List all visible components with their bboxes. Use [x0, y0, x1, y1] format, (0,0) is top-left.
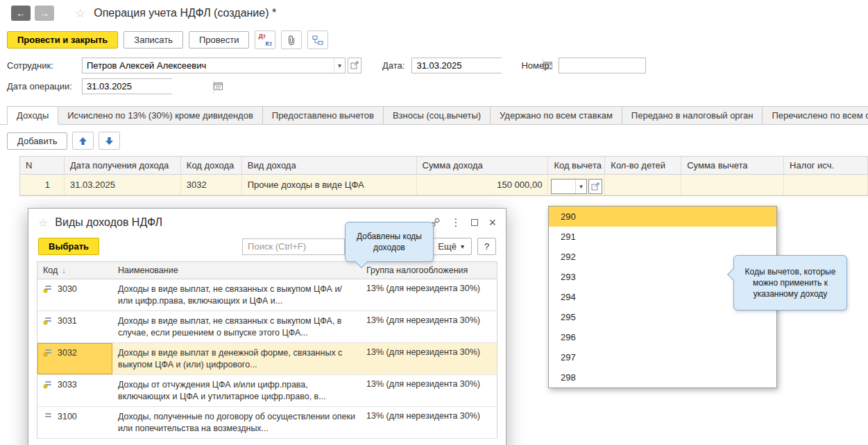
income-tax-group: 13% (для нерезидента 30%)	[361, 279, 497, 311]
more-menu-button[interactable]: ⋮	[450, 216, 461, 229]
dropdown-item-297[interactable]: 297	[549, 347, 776, 367]
tab-contributions[interactable]: Взносы (соц.вычеты)	[384, 106, 491, 125]
operation-date-calendar-button[interactable]	[213, 79, 223, 94]
col-header-children-count[interactable]: Кол-во детей	[605, 157, 681, 174]
list-item-3033[interactable]: 3033 Доходы от отчуждения ЦФА и/или цифр…	[37, 375, 497, 407]
number-label: Номер:	[521, 60, 552, 71]
tab-incomes[interactable]: Доходы	[7, 106, 58, 125]
tab-deductions-provided[interactable]: Предоставлено вычетов	[263, 106, 384, 125]
attachments-button[interactable]	[281, 30, 302, 49]
deduction-open-button[interactable]	[588, 179, 602, 194]
forward-button[interactable]: →	[35, 6, 54, 21]
income-types-modal: ☆ Виды доходов НДФЛ ⋮ × Выбрать Ещё ▾ ? …	[28, 208, 507, 445]
income-code-cell[interactable]: 3032	[181, 175, 242, 195]
catalog-item-icon	[43, 284, 53, 293]
row-number-cell[interactable]: 1	[20, 175, 65, 195]
number-input[interactable]	[559, 58, 646, 73]
col-header-code[interactable]: Код↓	[37, 262, 112, 279]
income-types-table-header: Код↓ Наименование Группа налогообложения	[37, 262, 497, 279]
search-input[interactable]	[242, 238, 345, 255]
income-type-cell[interactable]: Прочие доходы в виде ЦФА	[242, 175, 417, 195]
post-button[interactable]: Провести	[189, 31, 250, 49]
col-header-receive-date[interactable]: Дата получения дохода	[65, 157, 181, 174]
list-item-3032-selected[interactable]: 3032 Доходы в виде выплат в денежной фор…	[37, 343, 497, 375]
table-row[interactable]: 1 31.03.2025 3032 Прочие доходы в виде Ц…	[20, 175, 868, 195]
dropdown-item-290[interactable]: 290	[549, 207, 776, 227]
tab-bar: Доходы Исчислено по 13% (30%) кроме диви…	[0, 106, 868, 125]
income-tax-group: 13% (для нерезидента 30%)	[361, 343, 497, 374]
deduction-code-cell: ▾	[548, 175, 605, 195]
maximize-icon	[471, 219, 478, 226]
save-button[interactable]: Записать	[124, 31, 183, 49]
chevron-down-icon[interactable]: ▾	[575, 180, 586, 193]
close-button[interactable]: ×	[488, 216, 496, 229]
date-field	[411, 58, 502, 73]
catalog-item-icon	[43, 412, 53, 421]
callout-deduction-codes: Коды вычетов, которые можно применить к …	[733, 255, 847, 311]
operation-date-input[interactable]	[83, 79, 213, 94]
col-header-name[interactable]: Наименование	[112, 262, 361, 279]
deduction-amount-cell[interactable]	[681, 175, 784, 195]
help-button[interactable]: ?	[477, 238, 496, 255]
form-row-operation-date: Дата операции:	[0, 76, 868, 96]
col-header-tax-group[interactable]: Группа налогообложения	[361, 262, 497, 279]
col-header-n[interactable]: N	[20, 157, 65, 174]
income-name: Доходы в виде выплат, не связанных с вык…	[112, 311, 361, 342]
col-header-deduction-code[interactable]: Код вычета	[548, 157, 605, 174]
catalog-item-icon	[43, 380, 53, 389]
window-header: ← → ☆ Операция учета НДФЛ (создание) *	[0, 0, 868, 26]
income-tax-group: 13% (для нерезидента 30%)	[361, 375, 497, 406]
col-header-amount[interactable]: Сумма дохода	[417, 157, 549, 174]
income-types-table: Код↓ Наименование Группа налогообложения…	[37, 261, 497, 439]
dropdown-item-296[interactable]: 296	[549, 327, 776, 347]
favorite-star-icon[interactable]: ☆	[75, 6, 85, 21]
employee-input[interactable]	[83, 58, 334, 73]
col-header-deduction-amount[interactable]: Сумма вычета	[681, 157, 784, 174]
modal-window-controls: ⋮ ×	[430, 216, 496, 229]
sort-desc-icon: ↓	[62, 266, 66, 274]
receive-date-cell[interactable]: 31.03.2025	[65, 175, 181, 195]
list-item-3030[interactable]: 3030 Доходы в виде выплат, не связанных …	[37, 279, 497, 311]
favorite-star-icon[interactable]: ☆	[38, 216, 48, 229]
list-item-3100[interactable]: 3100 Доходы, полученные по договору об о…	[37, 407, 497, 439]
page-title: Операция учета НДФЛ (создание) *	[94, 7, 276, 19]
structure-icon	[312, 35, 323, 45]
amount-cell[interactable]: 150 000,00	[417, 175, 549, 195]
tab-calculated-13[interactable]: Исчислено по 13% (30%) кроме дивидендов	[58, 106, 263, 125]
paperclip-icon	[287, 35, 296, 46]
open-icon	[350, 61, 359, 69]
more-button[interactable]: Ещё ▾	[430, 238, 472, 255]
maximize-button[interactable]	[471, 219, 478, 226]
dropdown-item-298[interactable]: 298	[549, 367, 776, 387]
income-name: Доходы, полученные по договору об осущес…	[112, 407, 361, 438]
income-name: Доходы в виде выплат в денежной форме, с…	[112, 343, 361, 374]
dropdown-item-291[interactable]: 291	[549, 227, 776, 247]
incomes-table: N Дата получения дохода Код дохода Вид д…	[19, 156, 868, 196]
tab-transferred[interactable]: Перечислено по всем ст	[763, 106, 868, 125]
modal-toolbar: Выбрать Ещё ▾ ?	[28, 236, 506, 261]
move-up-button[interactable]	[72, 132, 94, 150]
deduction-code-input[interactable]	[552, 180, 575, 193]
col-header-income-type[interactable]: Вид дохода	[242, 157, 417, 174]
income-tax-group: 13% (для нерезидента 30%)	[361, 407, 497, 438]
move-down-button[interactable]	[99, 132, 120, 150]
col-header-tax-calculated[interactable]: Налог исч.	[784, 157, 868, 174]
form-row-employee: Сотрудник: ▾ Дата: Номер:	[0, 55, 868, 76]
tab-withheld[interactable]: Удержано по всем ставкам	[491, 106, 622, 125]
select-button[interactable]: Выбрать	[38, 238, 99, 255]
dtkt-postings-button[interactable]: Дт Кт	[255, 30, 275, 49]
chevron-down-icon: ▾	[461, 243, 464, 250]
tax-calculated-cell[interactable]	[784, 175, 868, 195]
employee-open-button[interactable]	[348, 58, 361, 73]
operation-date-field	[82, 78, 172, 94]
structure-button[interactable]	[307, 30, 328, 49]
post-and-close-button[interactable]: Провести и закрыть	[7, 31, 118, 49]
col-header-income-code[interactable]: Код дохода	[181, 157, 242, 174]
tab-sent-to-tax-authority[interactable]: Передано в налоговый орган	[622, 106, 763, 125]
list-item-3031[interactable]: 3031 Доходы в виде выплат, не связанных …	[37, 311, 497, 343]
back-button[interactable]: ←	[11, 6, 31, 21]
operation-date-label: Дата операции:	[7, 81, 82, 91]
add-row-button[interactable]: Добавить	[7, 132, 67, 150]
chevron-down-icon[interactable]: ▾	[334, 58, 345, 73]
children-count-cell[interactable]	[605, 175, 681, 195]
